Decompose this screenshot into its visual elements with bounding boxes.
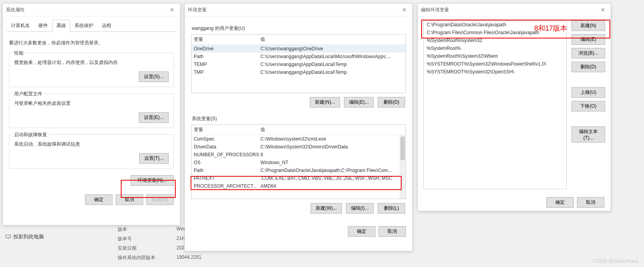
table-row: OSWindows_NT bbox=[191, 159, 406, 166]
performance-group: 性能 视觉效果，处理器计划，内存使用，以及虚拟内存 设置(S)... bbox=[9, 53, 174, 87]
sysprops-cancel-button[interactable]: 取消 bbox=[116, 194, 143, 205]
sys-edit-button[interactable]: 编辑(I)... bbox=[346, 203, 374, 214]
sys-new-button[interactable]: 新建(W)... bbox=[311, 203, 342, 214]
col-var-header[interactable]: 变量 bbox=[194, 36, 260, 43]
sysprops-title: 系统属性 bbox=[6, 7, 25, 13]
tab-system-protection[interactable]: 系统保护 bbox=[70, 20, 98, 32]
col-val-header[interactable]: 值 bbox=[260, 36, 403, 43]
startup-group: 启动和故障恢复 系统启动、系统故障和调试信息 设置(T)... bbox=[9, 134, 174, 169]
col-var-header[interactable]: 变量 bbox=[194, 126, 260, 133]
performance-settings-button[interactable]: 设置(S)... bbox=[139, 71, 169, 82]
list-item[interactable]: %SystemRoot% bbox=[424, 44, 566, 52]
env-vars-button[interactable]: 环境变量(N)... bbox=[131, 175, 174, 186]
projector-icon bbox=[5, 234, 11, 240]
watermark: CSDN @JavacKaka bbox=[593, 258, 639, 264]
tab-remote[interactable]: 远程 bbox=[98, 20, 116, 32]
close-icon[interactable]: ✕ bbox=[167, 6, 177, 14]
startup-settings-button[interactable]: 设置(T)... bbox=[139, 153, 169, 164]
editenv-titlebar: 编辑环境变量 ✕ bbox=[418, 4, 611, 16]
list-item[interactable]: %SYSTEMROOT%\System32\WindowsPowerShell\… bbox=[424, 60, 566, 68]
editenv-delete-button[interactable]: 删除(D) bbox=[571, 62, 605, 72]
table-row: ComSpecC:\Windows\system32\cmd.exe bbox=[191, 135, 406, 143]
sys-vars-table: 变量 值 ComSpecC:\Windows\system32\cmd.exe … bbox=[191, 124, 406, 199]
bg-row-1: 版本号21H2 bbox=[118, 236, 188, 242]
startup-title: 启动和故障恢复 bbox=[13, 132, 49, 138]
user-edit-button[interactable]: 编辑(E)... bbox=[344, 97, 374, 108]
table-row: PathC:\ProgramData\Oracle\Java\javapath;… bbox=[191, 166, 406, 174]
sysprops-ok-button[interactable]: 确定 bbox=[85, 194, 113, 205]
scrollbar-track[interactable] bbox=[400, 135, 406, 199]
editenv-up-button[interactable]: 上移(U) bbox=[571, 87, 605, 98]
userprofile-settings-button[interactable]: 设置(E)... bbox=[139, 112, 169, 123]
annotation-text: 8和17版本 bbox=[534, 24, 567, 33]
table-row: TMPC:\Users\wanggang\AppData\Local\Temp bbox=[191, 68, 406, 76]
table-row: PathC:\Users\wanggang\AppData\Local\Micr… bbox=[191, 53, 406, 60]
user-vars-label: wanggang 的用户变量(U) bbox=[192, 25, 406, 32]
list-item[interactable]: %SystemRoot%\system32 bbox=[424, 37, 566, 44]
envvars-cancel-button[interactable]: 取消 bbox=[378, 226, 406, 237]
bg-row-2: 安装日期2021/ bbox=[118, 245, 188, 252]
performance-title: 性能 bbox=[13, 50, 25, 57]
bg-projector-label: 投影到此电脑 bbox=[13, 233, 44, 240]
list-item[interactable]: %SYSTEMROOT%\System32\OpenSSH\ bbox=[424, 68, 566, 76]
system-properties-window: 系统属性 ✕ 计算机名 硬件 高级 系统保护 远程 要进行大多数更改，你必须作为… bbox=[2, 3, 180, 225]
table-row: DriverDataC:\Windows\System32\Drivers\Dr… bbox=[191, 143, 406, 151]
editenv-down-button[interactable]: 下移(O) bbox=[571, 101, 605, 112]
sys-vars-label: 系统变量(S) bbox=[192, 115, 406, 122]
user-new-button[interactable]: 新建(N)... bbox=[310, 97, 340, 108]
table-row: NUMBER_OF_PROCESSORS8 bbox=[191, 151, 406, 159]
col-val-header[interactable]: 值 bbox=[260, 126, 403, 133]
editenv-edit-button[interactable]: 编辑(E) bbox=[571, 34, 605, 45]
close-icon[interactable]: ✕ bbox=[598, 6, 608, 14]
envvars-ok-button[interactable]: 确定 bbox=[348, 226, 375, 237]
userprofile-desc: 与登录帐户相关的桌面设置 bbox=[14, 100, 169, 107]
env-vars-window: 环境变量 ✕ wanggang 的用户变量(U) 变量 值 OneDriveC:… bbox=[184, 3, 413, 251]
table-row: OneDriveC:\Users\wanggang\OneDrive bbox=[191, 45, 406, 53]
envvars-titlebar: 环境变量 ✕ bbox=[185, 4, 412, 16]
editenv-new-button[interactable]: 新建(N) bbox=[571, 20, 605, 31]
table-row: PROCESSOR_ARCHITECT...AMD64 bbox=[191, 182, 406, 190]
userprofile-group: 用户配置文件 与登录帐户相关的桌面设置 设置(E)... bbox=[9, 93, 174, 128]
svg-rect-0 bbox=[6, 235, 11, 238]
bg-row-0: 版本Wind bbox=[118, 226, 187, 233]
editenv-browse-button[interactable]: 浏览(B)... bbox=[571, 48, 605, 59]
table-row: TEMPC:\Users\wanggang\AppData\Local\Temp bbox=[191, 60, 406, 68]
scrollbar-thumb[interactable] bbox=[400, 137, 405, 160]
tab-advanced[interactable]: 高级 bbox=[52, 20, 70, 32]
user-vars-body[interactable]: OneDriveC:\Users\wanggang\OneDrive PathC… bbox=[191, 45, 406, 93]
edit-env-window: 编辑环境变量 ✕ C:\ProgramData\Oracle\Java\java… bbox=[417, 3, 611, 211]
sys-delete-button[interactable]: 删除(L) bbox=[378, 203, 405, 214]
userprofile-title: 用户配置文件 bbox=[13, 91, 44, 97]
tab-computer-name[interactable]: 计算机名 bbox=[7, 20, 34, 32]
close-icon[interactable]: ✕ bbox=[400, 6, 409, 14]
editenv-title: 编辑环境变量 bbox=[421, 7, 449, 13]
list-item[interactable]: %SystemRoot%\System32\Wbem bbox=[424, 52, 566, 60]
editenv-edittext-button[interactable]: 编辑文本(T)... bbox=[571, 126, 605, 143]
tab-hardware[interactable]: 硬件 bbox=[34, 20, 52, 32]
performance-desc: 视觉效果，处理器计划，内存使用，以及虚拟内存 bbox=[14, 59, 169, 66]
user-vars-table: 变量 值 OneDriveC:\Users\wanggang\OneDrive … bbox=[191, 34, 406, 93]
bg-projector-row: 投影到此电脑 bbox=[5, 233, 44, 240]
table-row: PATHEXT.COM;.EXE;.BAT;.CMD;.VBS;.VBE;.JS… bbox=[191, 174, 406, 182]
bg-row-3: 操作系统内部版本19044.2251 bbox=[118, 254, 201, 261]
editenv-cancel-button[interactable]: 取消 bbox=[577, 197, 604, 208]
envvars-title: 环境变量 bbox=[188, 7, 207, 13]
sysprops-apply-button[interactable]: 应用(A) bbox=[146, 194, 174, 205]
user-delete-button[interactable]: 删除(D) bbox=[378, 97, 405, 108]
editenv-ok-button[interactable]: 确定 bbox=[546, 197, 574, 208]
admin-note: 要进行大多数更改，你必须作为管理员登录。 bbox=[9, 40, 174, 46]
sys-vars-body[interactable]: ComSpecC:\Windows\system32\cmd.exe Drive… bbox=[191, 135, 406, 199]
path-entries-list[interactable]: C:\ProgramData\Oracle\Java\javapath C:\P… bbox=[423, 20, 567, 189]
sysprops-titlebar: 系统属性 ✕ bbox=[3, 4, 180, 16]
startup-desc: 系统启动、系统故障和调试信息 bbox=[14, 141, 169, 148]
sysprops-tabs: 计算机名 硬件 高级 系统保护 远程 bbox=[7, 20, 176, 32]
